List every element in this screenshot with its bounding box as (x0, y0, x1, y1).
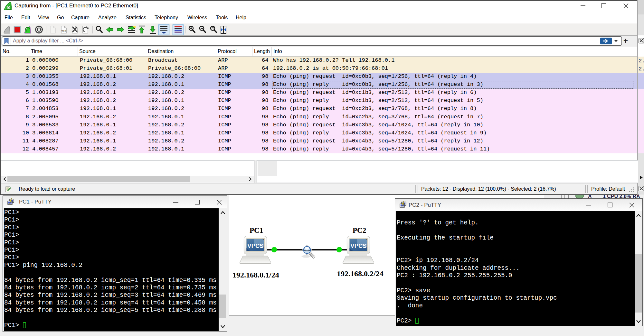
svg-text:010: 010 (62, 29, 66, 32)
